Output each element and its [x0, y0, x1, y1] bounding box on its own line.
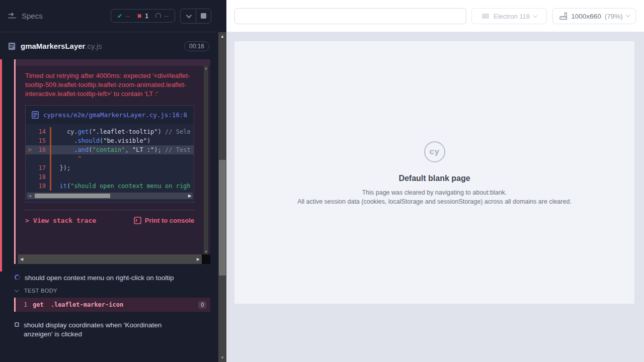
code-block: 14 cy.get(".leaflet-tooltip") // Sele15 …: [26, 124, 194, 202]
scroll-down-arrow-icon[interactable]: ▼: [204, 249, 208, 254]
test-error-panel: Timed out retrying after 4000ms: expecte…: [14, 59, 210, 264]
code-frame: cypress/e2e/gmaMarkersLayer.cy.js:16:8 1…: [25, 105, 194, 203]
error-actions-divider: [25, 210, 194, 210]
error-horizontal-scrollbar[interactable]: ◀ ▶: [18, 254, 210, 264]
failed-test-row-sliver: [16, 59, 210, 66]
test-item-running[interactable]: should open context menu on right-click …: [15, 274, 206, 283]
scroll-down-arrow-icon[interactable]: ▼: [218, 355, 226, 360]
error-message: Timed out retrying after 4000ms: expecte…: [25, 71, 194, 99]
command-args: .leaflet-marker-icon: [51, 301, 124, 308]
sidebar-toggle-icon: [8, 13, 17, 20]
scroll-left-arrow-icon[interactable]: ◀: [27, 194, 33, 198]
stop-icon: [201, 13, 206, 19]
code-line: 19 it("should open context menu on righ: [26, 182, 194, 191]
test-body-section-toggle[interactable]: TEST BODY: [15, 288, 57, 294]
scroll-up-arrow-icon[interactable]: ▲: [204, 66, 208, 71]
x-icon: ✖: [137, 13, 142, 20]
failed-test-indicator-strip: [0, 59, 2, 272]
cypress-reporter-panel: Specs ✔ -- ✖ 1 --: [0, 0, 226, 362]
code-line: 15 .should("be.visible"): [26, 136, 194, 145]
test-title: should open context menu on right-click …: [25, 274, 174, 283]
test-title: should display coordinates when 'Koordin…: [24, 321, 192, 339]
cypress-logo-icon: cy: [424, 141, 445, 162]
chevron-down-icon: [15, 288, 19, 292]
scroll-up-arrow-icon[interactable]: ▲: [218, 34, 226, 39]
reporter-scrollbar[interactable]: ▲ ▼: [218, 32, 226, 362]
spec-file-icon: [8, 42, 16, 50]
stop-run-button[interactable]: [196, 9, 211, 23]
code-frame-header[interactable]: cypress/e2e/gmaMarkersLayer.cy.js:16:8: [26, 106, 194, 124]
code-line: 17 });: [26, 163, 194, 172]
test-running-spinner-icon: [14, 274, 21, 281]
test-body-label: TEST BODY: [24, 288, 57, 294]
scroll-left-arrow-icon[interactable]: ◀: [20, 257, 23, 261]
run-controls: [180, 9, 211, 24]
console-icon: [134, 217, 141, 224]
file-icon: [32, 111, 39, 120]
viewport-selector[interactable]: 1000x660 (79%): [552, 8, 636, 24]
stat-pending: --: [155, 12, 169, 20]
code-horizontal-scrollbar[interactable]: ◀ ▶: [27, 193, 193, 199]
scrollbar-corner: [202, 254, 210, 264]
command-log-entry[interactable]: 1 get .leaflet-marker-icon 0: [14, 298, 210, 312]
viewport-size-label: 1000x660: [571, 13, 601, 20]
scroll-right-arrow-icon[interactable]: ▶: [197, 257, 200, 261]
browser-selector[interactable]: Electron 118: [471, 8, 547, 24]
scrollbar-thumb[interactable]: [219, 160, 226, 276]
url-input[interactable]: [234, 8, 466, 24]
blank-page-description: This page was cleared by navigating to a…: [362, 189, 507, 196]
chevron-down-icon: [533, 13, 537, 17]
aut-iframe-page: cy Default blank page This page was clea…: [234, 41, 634, 304]
code-line: ^: [26, 154, 194, 163]
ruler-icon: [559, 12, 568, 20]
collapse-tests-button[interactable]: [181, 9, 196, 23]
chevron-right-icon: >: [25, 217, 29, 224]
electron-icon: [481, 12, 490, 20]
browser-label: Electron 118: [494, 13, 530, 20]
viewport-zoom-label: (79%): [605, 13, 623, 20]
command-method: get: [33, 301, 44, 308]
code-line: 14 cy.get(".leaflet-tooltip") // Sele: [26, 127, 194, 136]
error-vertical-scrollbar[interactable]: ▲ ▼: [204, 66, 208, 254]
stat-failed: ✖ 1: [137, 12, 148, 20]
specs-label: Specs: [22, 12, 43, 20]
code-frame-file-link[interactable]: cypress/e2e/gmaMarkersLayer.cy.js:16:8: [43, 110, 187, 120]
chevron-down-icon: [625, 13, 629, 17]
pending-circle-icon: [155, 13, 161, 19]
test-queued-icon: [15, 322, 19, 327]
spec-extension: .cy.js: [85, 42, 102, 50]
scroll-right-arrow-icon[interactable]: ▶: [187, 194, 193, 198]
code-line: >16 .and("contain", "LT :"); // Test: [26, 145, 194, 154]
aut-background: cy Default blank page This page was clea…: [226, 32, 644, 362]
aut-toolbar: Electron 118 1000x660 (79%): [226, 0, 644, 32]
print-to-console-button[interactable]: Print to console: [134, 217, 194, 224]
blank-page-session-note: All active session data (cookies, localS…: [297, 198, 572, 205]
code-rows: 14 cy.get(".leaflet-tooltip") // Sele15 …: [26, 127, 194, 191]
spec-timer-badge: 00:16: [184, 41, 209, 51]
stat-passed: ✔ --: [117, 12, 130, 20]
test-item-queued[interactable]: should display coordinates when 'Koordin…: [15, 321, 192, 339]
spec-header-row: gmaMarkersLayer.cy.js 00:16: [0, 33, 218, 59]
spec-name: gmaMarkersLayer.cy.js: [21, 42, 102, 50]
check-icon: ✔: [117, 13, 122, 20]
specs-menu-toggle[interactable]: Specs: [8, 12, 43, 20]
element-count-badge: 0: [198, 301, 206, 309]
scrollbar-thumb[interactable]: [35, 194, 110, 198]
blank-page-title: Default blank page: [398, 174, 470, 183]
command-number: 1: [16, 301, 31, 308]
reporter-header: Specs ✔ -- ✖ 1 --: [0, 0, 218, 32]
view-stack-trace-button[interactable]: > View stack trace: [25, 217, 96, 224]
code-line: 18: [26, 172, 194, 182]
chevron-down-icon: [186, 12, 192, 18]
test-stats: ✔ -- ✖ 1 --: [111, 9, 175, 23]
